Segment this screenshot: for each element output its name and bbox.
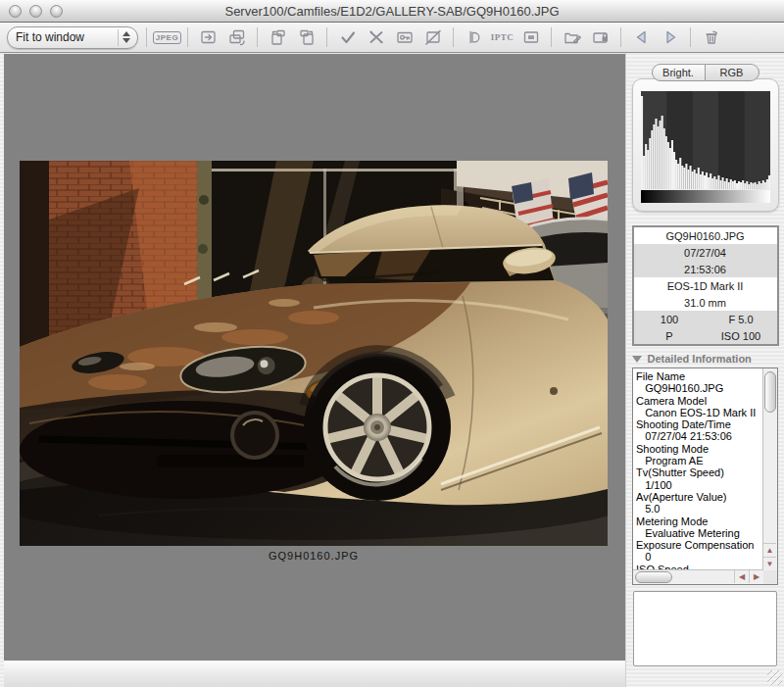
- exif-summary-panel: GQ9H0160.JPG 07/27/04 21:53:06 EOS-1D Ma…: [632, 225, 779, 346]
- detailed-info-box: File Name GQ9H0160.JPGCamera Model Canon…: [632, 368, 778, 585]
- summary-filename: GQ9H0160.JPG: [634, 227, 777, 244]
- toolbar-separator: [146, 27, 147, 47]
- comment-box[interactable]: [633, 591, 777, 666]
- detailed-information-label: Detailed Information: [648, 353, 752, 365]
- checkmark-button[interactable]: [335, 26, 360, 48]
- scrollbar-corner: [763, 570, 777, 584]
- zoom-level-select[interactable]: Fit to window: [7, 26, 138, 49]
- previous-image-button[interactable]: [629, 26, 654, 48]
- edit-folder-button[interactable]: [560, 26, 584, 48]
- speaker-icon: [465, 27, 484, 47]
- photo-jaguar-convertible: [20, 161, 608, 546]
- sound-annotation-button[interactable]: [462, 26, 486, 48]
- histogram-plot: [641, 91, 770, 189]
- locked-folder-button[interactable]: [588, 26, 612, 48]
- summary-shutter: 100: [634, 314, 706, 325]
- trash-icon: [702, 27, 721, 47]
- thumbnail-button[interactable]: [518, 26, 543, 48]
- main-content: GQ9H0160.JPG Bright. RGB GQ9H0160.JPG 07…: [0, 53, 784, 687]
- tab-brightness[interactable]: Bright.: [652, 64, 706, 81]
- histogram-panel: [632, 78, 779, 212]
- right-arrow-icon: [661, 27, 680, 47]
- scroll-down-arrow[interactable]: ▼: [763, 557, 776, 570]
- minimize-button[interactable]: [29, 5, 42, 18]
- summary-aperture: F 5.0: [706, 314, 777, 325]
- rotate-right-icon: [297, 27, 317, 47]
- jpeg-quality-button[interactable]: JPEG: [155, 26, 179, 48]
- bottom-status-strip: [4, 661, 625, 687]
- summary-mode: P: [634, 330, 706, 342]
- tab-rgb[interactable]: RGB: [706, 64, 760, 81]
- image-canvas: GQ9H0160.JPG: [4, 54, 625, 661]
- histogram-svg: [641, 91, 770, 189]
- next-image-button[interactable]: [658, 26, 682, 48]
- scroll-right-arrow[interactable]: ▶: [749, 570, 763, 583]
- hide-image-button[interactable]: [420, 26, 445, 48]
- summary-camera: EOS-1D Mark II: [634, 277, 777, 294]
- histogram-gradient-scale: [641, 190, 770, 203]
- key-icon: [395, 27, 415, 47]
- summary-mode-iso: P ISO 100: [634, 327, 777, 344]
- iptc-icon: IPTC: [491, 32, 514, 42]
- summary-date: 07/27/04: [634, 244, 777, 261]
- rotate-left-icon: [269, 27, 288, 47]
- toolbar-separator: [257, 27, 258, 47]
- disclosure-triangle-icon: [632, 356, 642, 363]
- info-sidebar: Bright. RGB GQ9H0160.JPG 07/27/04 21:53:…: [625, 53, 784, 687]
- thumbnail-icon: [521, 27, 541, 47]
- app-window: Server100/Camfiles/E1D2/GALLERY-SAB/GQ9H…: [0, 0, 784, 687]
- toolbar-separator: [453, 27, 454, 47]
- toolbar-separator: [187, 27, 188, 47]
- remove-checkmark-button[interactable]: [364, 26, 388, 48]
- canvas-column: GQ9H0160.JPG: [0, 53, 625, 687]
- window-resize-grip[interactable]: [767, 670, 782, 685]
- toolbar-separator: [551, 27, 552, 47]
- title-bar: Server100/Camfiles/E1D2/GALLERY-SAB/GQ9H…: [0, 0, 784, 23]
- histogram-tabs: Bright. RGB: [652, 64, 760, 81]
- crossed-image-icon: [423, 27, 443, 47]
- close-button[interactable]: [9, 5, 22, 18]
- duplicate-window-icon: [227, 27, 247, 47]
- detailed-info-text: File Name GQ9H0160.JPGCamera Model Canon…: [636, 370, 762, 569]
- scroll-left-arrow[interactable]: ◀: [734, 570, 749, 583]
- horizontal-scroll-thumb[interactable]: [635, 571, 672, 583]
- window-controls: [0, 5, 63, 18]
- folder-pencil-icon: [563, 27, 582, 47]
- toolbar-separator: [620, 27, 621, 47]
- window-title: Server100/Camfiles/E1D2/GALLERY-SAB/GQ9H…: [0, 4, 784, 19]
- checkmark-icon: [338, 27, 358, 47]
- iptc-info-button[interactable]: IPTC: [490, 26, 514, 48]
- horizontal-scrollbar[interactable]: ◀ ▶: [633, 569, 763, 584]
- summary-iso: ISO 100: [706, 330, 777, 342]
- protect-button[interactable]: [392, 26, 416, 48]
- image-caption: GQ9H0160.JPG: [20, 550, 608, 562]
- car-photo-illustration: [20, 161, 608, 546]
- zoom-button[interactable]: [50, 5, 63, 18]
- rotate-left-button[interactable]: [266, 26, 290, 48]
- left-arrow-icon: [632, 27, 652, 47]
- crossed-lines-icon: [367, 27, 386, 47]
- trash-button[interactable]: [699, 26, 723, 48]
- summary-shutter-aperture: 100 F 5.0: [634, 311, 777, 327]
- vertical-scrollbar[interactable]: ▲ ▼: [762, 368, 777, 570]
- toolbar-separator: [326, 27, 327, 47]
- rotate-right-button[interactable]: [294, 26, 318, 48]
- zoom-level-value: Fit to window: [16, 30, 84, 44]
- export-icon: [199, 27, 219, 47]
- toolbar: Fit to window JPEG: [0, 23, 784, 53]
- vertical-scroll-thumb[interactable]: [764, 371, 776, 413]
- stepper-icon: [118, 29, 133, 46]
- summary-focal-length: 31.0 mm: [634, 294, 777, 311]
- toolbar-separator: [690, 27, 691, 47]
- detailed-information-disclosure[interactable]: Detailed Information: [632, 353, 779, 365]
- jpeg-icon: JPEG: [153, 31, 181, 44]
- export-image-button[interactable]: [196, 26, 220, 48]
- padlock-icon: [591, 27, 611, 47]
- scroll-up-arrow[interactable]: ▲: [763, 543, 776, 557]
- summary-time: 21:53:06: [634, 261, 777, 277]
- duplicate-window-button[interactable]: [224, 26, 249, 48]
